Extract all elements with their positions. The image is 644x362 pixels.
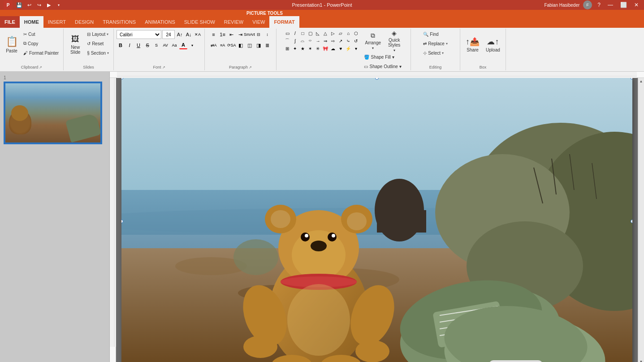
smartart-btn[interactable]: SmArt	[246, 30, 254, 39]
shape-arrow3[interactable]: ⇨	[329, 37, 337, 44]
shape-eq[interactable]: ⊞	[284, 45, 291, 52]
clipboard-expand-icon[interactable]: ↗	[39, 65, 42, 69]
new-slide-button[interactable]: 🖼 New Slide	[66, 30, 84, 59]
arrange-button[interactable]: ⧉ Arrange ▾	[362, 30, 384, 52]
upload-button[interactable]: ☁↑ Upload	[483, 30, 503, 59]
line-spacing-btn[interactable]: ↕	[264, 30, 272, 39]
tab-format[interactable]: FORMAT	[269, 16, 299, 28]
tab-animations[interactable]: ANIMATIONS	[140, 16, 180, 28]
reset-button[interactable]: ↺ Reset	[85, 39, 111, 48]
shape-rect2[interactable]: □	[299, 30, 306, 37]
numbering-btn[interactable]: 1≡	[219, 30, 227, 39]
minimize-btn[interactable]: —	[606, 2, 615, 8]
shape-arc2[interactable]: ⌔	[307, 37, 314, 44]
tab-design[interactable]: DESIGN	[70, 16, 98, 28]
shape-arrow5[interactable]: ⤷	[345, 37, 352, 44]
tab-file[interactable]: FILE	[0, 16, 20, 28]
convert-smartart-btn[interactable]: ⟳SA	[228, 41, 236, 49]
redo-btn[interactable]: ↪	[35, 1, 43, 9]
shape-ribbon[interactable]: 🎀	[322, 45, 329, 52]
clear-format-btn[interactable]: ✕A	[194, 30, 202, 39]
vertical-scrollbar[interactable]: ▲ ▼	[638, 78, 644, 362]
shape-curve[interactable]: ⌒	[284, 37, 291, 44]
shape-heart[interactable]: ♥	[337, 45, 344, 52]
decrease-indent-btn[interactable]: ⇤	[228, 30, 236, 39]
shape-star8[interactable]: ✳	[314, 45, 321, 52]
slide-canvas[interactable]	[121, 78, 632, 362]
shape-lightning[interactable]: ⚡	[345, 45, 352, 52]
tab-view[interactable]: VIEW	[248, 16, 269, 28]
increase-indent-btn[interactable]: ⇥	[237, 30, 245, 39]
shape-arc1[interactable]: ⌓	[299, 37, 306, 44]
tab-insert[interactable]: INSERT	[43, 16, 70, 28]
tab-review[interactable]: REVIEW	[220, 16, 248, 28]
italic-btn[interactable]: I	[125, 41, 134, 49]
shape-freeform[interactable]: ∫	[291, 37, 298, 44]
shape-arrow2[interactable]: ⇒	[322, 37, 329, 44]
shape-rtri[interactable]: ▷	[329, 30, 337, 37]
shape-hex[interactable]: ⬡	[352, 30, 359, 37]
font-expand-icon[interactable]: ↗	[162, 65, 165, 69]
shape-arrow6[interactable]: ↺	[352, 37, 359, 44]
shape-outline-button[interactable]: ▭ Shape Outline ▾	[362, 62, 403, 71]
paste-button[interactable]: 📋 Paste	[3, 30, 21, 59]
shape-star4[interactable]: ✦	[291, 45, 298, 52]
start-btn[interactable]: ▶	[45, 1, 53, 9]
change-case-btn[interactable]: Aa	[170, 41, 178, 49]
section-button[interactable]: § Section ▾	[85, 48, 111, 57]
shape-cloud[interactable]: ☁	[329, 45, 337, 52]
shape-arrow4[interactable]: ↗	[337, 37, 344, 44]
align-left-btn[interactable]: ◧	[237, 41, 245, 49]
shape-tri[interactable]: △	[322, 30, 329, 37]
decrease-font-btn[interactable]: A↓	[185, 30, 193, 39]
tab-home[interactable]: HOME	[20, 16, 43, 28]
center-btn[interactable]: ◫	[246, 41, 254, 49]
text-dir-btn[interactable]: ⇄A	[210, 41, 218, 49]
bullets-btn[interactable]: ≡	[210, 30, 218, 39]
replace-button[interactable]: ⇄ Replace ▾	[421, 39, 450, 48]
bold-btn[interactable]: B	[117, 41, 125, 49]
customize-btn[interactable]: ▾	[55, 1, 63, 9]
quick-styles-button[interactable]: ◈ Quick Styles ▾	[385, 30, 403, 52]
columns-btn[interactable]: ⊟	[255, 30, 263, 39]
slide-thumbnail[interactable]	[4, 82, 102, 144]
find-button[interactable]: 🔍 Find	[421, 30, 450, 39]
select-button[interactable]: ⊹ Select ▾	[421, 48, 450, 57]
shape-star5[interactable]: ★	[299, 45, 306, 52]
help-btn[interactable]: ?	[596, 2, 602, 8]
font-color-arrow[interactable]: ▾	[188, 41, 196, 49]
format-painter-button[interactable]: 🖌 Format Painter	[22, 48, 61, 57]
align-right-btn[interactable]: ◨	[255, 41, 263, 49]
selection-handle-mr[interactable]	[631, 220, 632, 223]
font-size-input[interactable]	[162, 30, 175, 39]
underline-btn[interactable]: U	[134, 41, 143, 49]
cut-button[interactable]: ✂ Cut	[22, 30, 61, 39]
maximize-btn[interactable]: ⬜	[618, 2, 629, 8]
char-spacing-btn[interactable]: AV	[161, 41, 169, 49]
save-btn[interactable]: 💾	[15, 1, 23, 9]
paragraph-expand-icon[interactable]: ↗	[249, 65, 252, 69]
shape-star6[interactable]: ✶	[307, 45, 314, 52]
scroll-down-arrow[interactable]: ▼	[638, 358, 644, 362]
align-text-btn[interactable]: ≡A	[219, 41, 227, 49]
shape-rect[interactable]: ▭	[284, 30, 291, 37]
shape-fill-button[interactable]: 🪣 Shape Fill ▾	[362, 52, 403, 61]
increase-font-btn[interactable]: A↑	[176, 30, 184, 39]
justify-btn[interactable]: ≣	[264, 41, 272, 49]
font-color-btn[interactable]: A	[179, 41, 187, 49]
shape-snip[interactable]: ◺	[314, 30, 321, 37]
strikethrough-btn[interactable]: S	[143, 41, 151, 49]
shape-para[interactable]: ▱	[337, 30, 344, 37]
shape-arrow1[interactable]: →	[314, 37, 321, 44]
share-button[interactable]: ↑📤 Share	[463, 30, 482, 59]
shape-trap[interactable]: ⌂	[345, 30, 352, 37]
font-name-select[interactable]: Calibri	[117, 30, 161, 39]
tab-transitions[interactable]: TRANSITIONS	[98, 16, 140, 28]
shadow-btn[interactable]: S	[152, 41, 160, 49]
shape-rounded[interactable]: ▢	[307, 30, 314, 37]
copy-button[interactable]: ⧉ Copy	[22, 39, 61, 48]
shape-more[interactable]: ▾	[352, 45, 359, 52]
layout-button[interactable]: ⊟ Layout ▾	[85, 30, 111, 39]
tab-slide-show[interactable]: SLIDE SHOW	[180, 16, 220, 28]
scroll-up-arrow[interactable]: ▲	[638, 78, 644, 84]
